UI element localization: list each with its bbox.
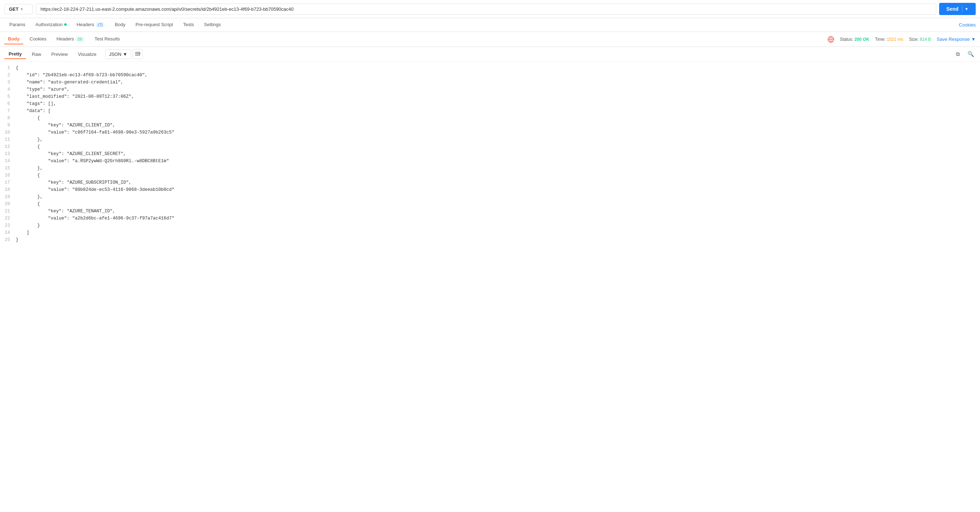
code-line: "value": "a.RSP2ywWd-Q2Grh8G9Rl.-w8DBC8B… [16,157,980,165]
status-info: Status: 200 OK Time: 1521 ms Size: 814 B… [828,36,976,43]
code-line: "key": "AZURE_CLIENT_SECRET", [16,151,980,157]
size-label: Size: 814 B [909,37,931,42]
code-line: "data": [ [16,108,980,114]
code-line: "value": "c86f7164-fa61-4698-90e3-5927a9… [16,129,980,136]
format-select[interactable]: JSON ▼ [105,49,132,59]
cookies-link[interactable]: Cookies [959,22,976,28]
url-input[interactable] [36,3,936,15]
line-number: 14 [0,157,14,165]
line-number: 22 [0,215,14,222]
search-icon[interactable]: 🔍 [966,49,976,59]
code-line: } [16,222,980,229]
line-number: 10 [0,129,14,136]
status-label: Status: 200 OK [840,37,869,42]
line-number: 25 [0,236,14,244]
format-bar-right: ⧉ 🔍 [953,49,976,59]
headers-badge: (7) [96,22,105,27]
code-line: "value": "a2b2d6bc-afe1-4696-9c37-f97a7a… [16,215,980,222]
line-number: 16 [0,172,14,179]
format-chevron-icon: ▼ [123,52,127,57]
tab-prerequest[interactable]: Pre-request Script [130,18,178,32]
code-line: "tags": [], [16,100,980,108]
code-line: "value": "80b824de-ec53-4116-9868-3deeab… [16,186,980,193]
code-line: "last_modified": "2021-06-09T12:37:06Z", [16,93,980,100]
code-line: "key": "AZURE_TENANT_ID", [16,208,980,215]
code-line: ] [16,229,980,236]
send-arrow-icon: ▼ [964,7,969,11]
tab-params[interactable]: Params [4,18,30,32]
status-value: 200 OK [854,37,869,42]
code-line: "key": "AZURE_CLIENT_ID", [16,122,980,129]
send-button[interactable]: Send ▼ [939,3,976,15]
line-number: 5 [0,93,14,100]
code-line: { [16,200,980,208]
time-label: Time: 1521 ms [875,37,903,42]
line-number: 20 [0,200,14,208]
fmt-tab-pretty[interactable]: Pretty [4,49,26,59]
line-number: 8 [0,114,14,122]
fmt-tab-raw[interactable]: Raw [28,50,46,59]
size-value: 814 B [920,37,931,42]
method-select[interactable]: GET ▼ [4,4,33,14]
code-line: { [16,172,980,179]
line-numbers: 1234567891011121314151617181920212223242… [0,62,14,246]
code-line: "id": "2b4921eb-ec13-4f69-b723-bb70590ca… [16,71,980,79]
line-number: 18 [0,186,14,193]
tab-tests[interactable]: Tests [178,18,199,32]
code-line: { [16,114,980,122]
code-line: "type": "azure", [16,86,980,93]
code-line: { [16,65,980,71]
line-number: 9 [0,122,14,129]
globe-icon [828,36,834,43]
copy-icon[interactable]: ⧉ [953,49,963,59]
send-label: Send [946,6,958,12]
line-number: 12 [0,143,14,151]
authorization-active-dot [64,23,67,26]
format-label: JSON [109,52,121,57]
code-line: }, [16,165,980,172]
line-number: 7 [0,108,14,114]
send-dropdown-divider [962,5,963,13]
url-bar: GET ▼ Send ▼ [0,0,980,18]
fmt-tab-preview[interactable]: Preview [47,50,72,59]
line-number: 6 [0,100,14,108]
tab-settings[interactable]: Settings [199,18,226,32]
format-bar: Pretty Raw Preview Visualize JSON ▼ ⧉ 🔍 [0,47,980,62]
code-line: }, [16,136,980,143]
line-number: 15 [0,165,14,172]
fmt-tab-visualize[interactable]: Visualize [73,50,101,59]
code-line: "key": "AZURE_SUBSCRIPTION_ID", [16,179,980,186]
code-area: 1234567891011121314151617181920212223242… [0,62,980,246]
resp-tab-testresults[interactable]: Test Results [91,34,124,44]
line-number: 17 [0,179,14,186]
line-number: 1 [0,65,14,71]
resp-tab-cookies[interactable]: Cookies [26,34,50,44]
line-number: 21 [0,208,14,215]
line-number: 24 [0,229,14,236]
time-value: 1521 ms [887,37,903,42]
response-section: Body Cookies Headers (9) Test Results St… [0,32,980,246]
wrap-lines-icon [135,52,140,57]
line-number: 23 [0,222,14,229]
wrap-icon[interactable] [133,49,143,59]
method-chevron-icon: ▼ [20,7,24,11]
code-line: { [16,143,980,151]
line-number: 4 [0,86,14,93]
tab-body[interactable]: Body [110,18,130,32]
line-number: 13 [0,151,14,157]
resp-headers-badge: (9) [75,36,84,41]
tab-authorization[interactable]: Authorization [30,18,72,32]
line-number: 3 [0,79,14,86]
code-content: { "id": "2b4921eb-ec13-4f69-b723-bb70590… [14,62,980,246]
response-bar: Body Cookies Headers (9) Test Results St… [0,32,980,47]
resp-tab-headers[interactable]: Headers (9) [53,34,88,44]
method-label: GET [9,6,19,12]
request-tabs: Params Authorization Headers (7) Body Pr… [0,18,980,32]
resp-tab-body[interactable]: Body [4,34,23,44]
line-number: 19 [0,193,14,200]
line-number: 11 [0,136,14,143]
save-response-button[interactable]: Save Response ▼ [937,36,976,42]
save-chevron-icon: ▼ [971,36,976,42]
tab-headers[interactable]: Headers (7) [72,18,110,32]
code-line: "name": "auto-generated-credential", [16,79,980,86]
